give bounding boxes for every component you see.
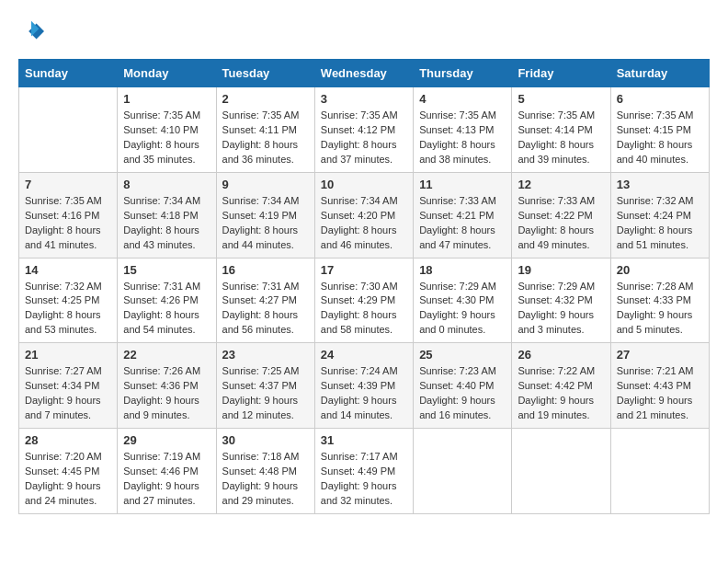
calendar-cell	[19, 87, 118, 173]
calendar-cell: 9Sunrise: 7:34 AM Sunset: 4:19 PM Daylig…	[216, 172, 314, 258]
calendar-cell: 4Sunrise: 7:35 AM Sunset: 4:13 PM Daylig…	[414, 87, 512, 173]
day-number: 21	[25, 348, 111, 362]
calendar-week-2: 14Sunrise: 7:32 AM Sunset: 4:25 PM Dayli…	[19, 258, 710, 343]
day-info: Sunrise: 7:24 AM Sunset: 4:39 PM Dayligh…	[321, 364, 407, 423]
day-info: Sunrise: 7:19 AM Sunset: 4:46 PM Dayligh…	[123, 450, 210, 509]
header-monday: Monday	[118, 60, 216, 87]
day-number: 29	[123, 433, 210, 447]
calendar-cell: 2Sunrise: 7:35 AM Sunset: 4:11 PM Daylig…	[216, 87, 314, 173]
day-info: Sunrise: 7:34 AM Sunset: 4:20 PM Dayligh…	[321, 194, 407, 253]
day-info: Sunrise: 7:20 AM Sunset: 4:45 PM Dayligh…	[25, 450, 111, 509]
day-number: 26	[518, 348, 604, 362]
calendar-cell: 1Sunrise: 7:35 AM Sunset: 4:10 PM Daylig…	[118, 87, 216, 173]
day-number: 20	[617, 263, 703, 277]
calendar-week-3: 21Sunrise: 7:27 AM Sunset: 4:34 PM Dayli…	[19, 343, 710, 429]
calendar-cell: 8Sunrise: 7:34 AM Sunset: 4:18 PM Daylig…	[118, 172, 216, 258]
calendar-cell: 6Sunrise: 7:35 AM Sunset: 4:15 PM Daylig…	[610, 87, 709, 173]
day-number: 2	[222, 92, 309, 106]
header-sunday: Sunday	[19, 60, 118, 87]
calendar-cell: 13Sunrise: 7:32 AM Sunset: 4:24 PM Dayli…	[610, 172, 709, 258]
day-number: 15	[123, 263, 210, 277]
day-info: Sunrise: 7:35 AM Sunset: 4:16 PM Dayligh…	[25, 194, 111, 253]
day-number: 11	[419, 178, 506, 191]
day-info: Sunrise: 7:35 AM Sunset: 4:12 PM Dayligh…	[321, 109, 407, 167]
calendar-cell: 11Sunrise: 7:33 AM Sunset: 4:21 PM Dayli…	[414, 172, 512, 258]
day-info: Sunrise: 7:35 AM Sunset: 4:10 PM Dayligh…	[123, 109, 210, 167]
day-info: Sunrise: 7:32 AM Sunset: 4:24 PM Dayligh…	[617, 194, 703, 253]
calendar-cell	[610, 429, 709, 514]
calendar-cell: 7Sunrise: 7:35 AM Sunset: 4:16 PM Daylig…	[19, 172, 118, 258]
day-number: 4	[419, 92, 506, 106]
calendar: SundayMondayTuesdayWednesdayThursdayFrid…	[18, 59, 710, 514]
calendar-cell: 15Sunrise: 7:31 AM Sunset: 4:26 PM Dayli…	[118, 258, 216, 343]
calendar-cell: 23Sunrise: 7:25 AM Sunset: 4:37 PM Dayli…	[216, 343, 314, 429]
day-number: 8	[123, 178, 210, 191]
day-number: 1	[123, 92, 210, 106]
day-number: 13	[617, 178, 703, 191]
calendar-cell: 25Sunrise: 7:23 AM Sunset: 4:40 PM Dayli…	[414, 343, 512, 429]
day-info: Sunrise: 7:23 AM Sunset: 4:40 PM Dayligh…	[419, 364, 506, 423]
day-info: Sunrise: 7:26 AM Sunset: 4:36 PM Dayligh…	[123, 364, 210, 423]
header-thursday: Thursday	[414, 60, 512, 87]
page-header	[18, 18, 710, 44]
day-number: 3	[321, 92, 407, 106]
calendar-cell: 26Sunrise: 7:22 AM Sunset: 4:42 PM Dayli…	[512, 343, 610, 429]
logo-icon	[18, 18, 44, 44]
day-info: Sunrise: 7:35 AM Sunset: 4:14 PM Dayligh…	[518, 109, 604, 167]
day-number: 25	[419, 348, 506, 362]
calendar-cell: 12Sunrise: 7:33 AM Sunset: 4:22 PM Dayli…	[512, 172, 610, 258]
day-number: 22	[123, 348, 210, 362]
day-info: Sunrise: 7:30 AM Sunset: 4:29 PM Dayligh…	[321, 280, 407, 339]
day-number: 9	[222, 178, 309, 191]
day-info: Sunrise: 7:35 AM Sunset: 4:11 PM Dayligh…	[222, 109, 309, 167]
calendar-cell: 10Sunrise: 7:34 AM Sunset: 4:20 PM Dayli…	[314, 172, 413, 258]
day-number: 18	[419, 263, 506, 277]
calendar-cell	[512, 429, 610, 514]
day-info: Sunrise: 7:18 AM Sunset: 4:48 PM Dayligh…	[222, 450, 309, 509]
calendar-cell	[414, 429, 512, 514]
calendar-cell: 5Sunrise: 7:35 AM Sunset: 4:14 PM Daylig…	[512, 87, 610, 173]
calendar-cell: 22Sunrise: 7:26 AM Sunset: 4:36 PM Dayli…	[118, 343, 216, 429]
day-info: Sunrise: 7:32 AM Sunset: 4:25 PM Dayligh…	[25, 280, 111, 339]
calendar-cell: 24Sunrise: 7:24 AM Sunset: 4:39 PM Dayli…	[314, 343, 413, 429]
calendar-cell: 3Sunrise: 7:35 AM Sunset: 4:12 PM Daylig…	[314, 87, 413, 173]
calendar-cell: 18Sunrise: 7:29 AM Sunset: 4:30 PM Dayli…	[414, 258, 512, 343]
day-info: Sunrise: 7:17 AM Sunset: 4:49 PM Dayligh…	[321, 450, 407, 509]
day-info: Sunrise: 7:31 AM Sunset: 4:26 PM Dayligh…	[123, 280, 210, 339]
day-info: Sunrise: 7:27 AM Sunset: 4:34 PM Dayligh…	[25, 364, 111, 423]
day-info: Sunrise: 7:33 AM Sunset: 4:21 PM Dayligh…	[419, 194, 506, 253]
day-number: 17	[321, 263, 407, 277]
calendar-header-row: SundayMondayTuesdayWednesdayThursdayFrid…	[19, 60, 710, 87]
day-info: Sunrise: 7:34 AM Sunset: 4:19 PM Dayligh…	[222, 194, 309, 253]
day-number: 7	[25, 178, 111, 191]
calendar-cell: 21Sunrise: 7:27 AM Sunset: 4:34 PM Dayli…	[19, 343, 118, 429]
calendar-cell: 19Sunrise: 7:29 AM Sunset: 4:32 PM Dayli…	[512, 258, 610, 343]
day-number: 30	[222, 433, 309, 447]
day-info: Sunrise: 7:28 AM Sunset: 4:33 PM Dayligh…	[617, 280, 703, 339]
day-number: 6	[617, 92, 703, 106]
calendar-cell: 30Sunrise: 7:18 AM Sunset: 4:48 PM Dayli…	[216, 429, 314, 514]
day-info: Sunrise: 7:29 AM Sunset: 4:32 PM Dayligh…	[518, 280, 604, 339]
day-number: 12	[518, 178, 604, 191]
calendar-cell: 20Sunrise: 7:28 AM Sunset: 4:33 PM Dayli…	[610, 258, 709, 343]
day-info: Sunrise: 7:33 AM Sunset: 4:22 PM Dayligh…	[518, 194, 604, 253]
day-number: 14	[25, 263, 111, 277]
day-number: 10	[321, 178, 407, 191]
day-info: Sunrise: 7:22 AM Sunset: 4:42 PM Dayligh…	[518, 364, 604, 423]
calendar-cell: 28Sunrise: 7:20 AM Sunset: 4:45 PM Dayli…	[19, 429, 118, 514]
header-friday: Friday	[512, 60, 610, 87]
calendar-cell: 14Sunrise: 7:32 AM Sunset: 4:25 PM Dayli…	[19, 258, 118, 343]
header-wednesday: Wednesday	[314, 60, 413, 87]
calendar-cell: 27Sunrise: 7:21 AM Sunset: 4:43 PM Dayli…	[610, 343, 709, 429]
day-number: 16	[222, 263, 309, 277]
day-number: 27	[617, 348, 703, 362]
day-number: 23	[222, 348, 309, 362]
day-info: Sunrise: 7:35 AM Sunset: 4:15 PM Dayligh…	[617, 109, 703, 167]
day-number: 5	[518, 92, 604, 106]
day-number: 24	[321, 348, 407, 362]
day-info: Sunrise: 7:35 AM Sunset: 4:13 PM Dayligh…	[419, 109, 506, 167]
day-info: Sunrise: 7:31 AM Sunset: 4:27 PM Dayligh…	[222, 280, 309, 339]
calendar-cell: 16Sunrise: 7:31 AM Sunset: 4:27 PM Dayli…	[216, 258, 314, 343]
day-number: 28	[25, 433, 111, 447]
day-number: 19	[518, 263, 604, 277]
